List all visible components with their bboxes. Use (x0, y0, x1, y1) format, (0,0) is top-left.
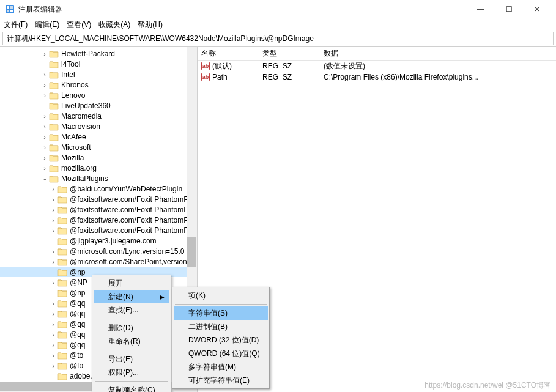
chevron-right-icon[interactable]: › (49, 206, 57, 213)
chevron-right-icon[interactable]: › (49, 279, 57, 286)
chevron-right-icon[interactable]: › (49, 341, 57, 349)
chevron-right-icon[interactable]: › (40, 71, 49, 78)
value-row[interactable]: abPathREG_SZC:\Program Files (x86)\Mozil… (198, 72, 556, 83)
ctx-new-binary[interactable]: 二进制值(B) (174, 320, 268, 333)
chevron-right-icon[interactable]: › (49, 185, 57, 193)
tree-node-label: Macromedia (61, 112, 102, 120)
tree-node-label: @foxitsoftware.com/Foxit PhantomPD (70, 195, 194, 204)
chevron-down-icon[interactable]: ⌄ (40, 174, 49, 182)
ctx-copy-key-name[interactable]: 复制项名称(C) (94, 383, 169, 392)
menu-file[interactable]: 文件(F) (4, 20, 28, 30)
chevron-right-icon[interactable]: › (40, 165, 49, 172)
chevron-right-icon[interactable]: › (49, 300, 57, 307)
tree-node[interactable]: ›@foxitsoftware.com/Foxit PhantomPD (0, 204, 197, 215)
tree-node[interactable]: LiveUpdate360 (0, 100, 197, 111)
column-name[interactable]: 名称 (198, 48, 259, 59)
tree-node-label: @microsoft.com/SharePoint,version= (70, 257, 191, 266)
ctx-new[interactable]: 新建(N)▶ (94, 290, 169, 303)
folder-icon (49, 133, 59, 141)
ctx-delete[interactable]: 删除(D) (94, 321, 169, 335)
ctx-export[interactable]: 导出(E) (94, 352, 169, 366)
tree-node[interactable]: i4Tool (0, 59, 197, 69)
column-type[interactable]: 类型 (259, 48, 320, 59)
tree-node[interactable]: ›@baidu.com/YunWebDetectPlugin (0, 183, 197, 194)
chevron-right-icon[interactable]: › (49, 258, 57, 265)
close-button[interactable]: ✕ (523, 0, 551, 18)
chevron-right-icon[interactable]: › (49, 331, 57, 338)
tree-node[interactable]: ›Macrovision (0, 121, 197, 131)
tree-node[interactable]: ›Lenovo (0, 90, 197, 100)
context-menu[interactable]: 展开 新建(N)▶ 查找(F)... 删除(D) 重命名(R) 导出(E) 权限… (92, 275, 171, 392)
ctx-find[interactable]: 查找(F)... (94, 303, 169, 317)
tree-node-label: @to (70, 351, 83, 360)
tree-node[interactable]: ›Mozilla (0, 152, 197, 163)
ctx-new-dword[interactable]: DWORD (32 位)值(D) (174, 333, 268, 347)
tree-node[interactable]: ›@foxitsoftware.com/Foxit PhantomPD (0, 194, 197, 204)
tree-node[interactable]: ›@foxitsoftware.com/Foxit PhantomPD (0, 225, 197, 235)
tree-node[interactable]: ›McAfee (0, 131, 197, 142)
chevron-right-icon[interactable]: › (49, 227, 57, 234)
ctx-new-key[interactable]: 项(K) (174, 289, 268, 302)
address-bar[interactable]: 计算机\HKEY_LOCAL_MACHINE\SOFTWARE\WOW6432N… (2, 32, 554, 45)
ctx-new-qword[interactable]: QWORD (64 位)值(Q) (174, 347, 268, 360)
tree-node[interactable]: ›@microsoft.com/Lync,version=15.0 (0, 246, 197, 256)
maximize-button[interactable]: ☐ (495, 0, 523, 18)
tree-node[interactable]: ›Intel (0, 69, 197, 80)
menu-favorites[interactable]: 收藏夹(A) (98, 20, 130, 30)
tree-node[interactable]: ›Macromedia (0, 111, 197, 121)
context-submenu-new[interactable]: 项(K) 字符串值(S) 二进制值(B) DWORD (32 位)值(D) QW… (172, 287, 270, 389)
scrollbar-thumb[interactable] (187, 237, 196, 267)
chevron-right-icon[interactable]: › (49, 310, 57, 317)
folder-icon (57, 309, 67, 318)
tree-node-label: @np (70, 289, 86, 297)
chevron-right-icon[interactable]: › (49, 196, 57, 203)
tree-node-label: @to (70, 361, 83, 370)
chevron-right-icon[interactable]: › (40, 144, 49, 151)
tree-node[interactable]: ⌄MozillaPlugins (0, 173, 197, 183)
minimize-button[interactable]: — (467, 0, 495, 18)
chevron-right-icon[interactable]: › (49, 216, 57, 224)
tree-node[interactable]: ›Khronos (0, 80, 197, 90)
tree-node-label: @microsoft.com/Lync,version=15.0 (70, 247, 184, 256)
tree-node[interactable]: ›Hewlett-Packard (0, 48, 197, 59)
value-row[interactable]: ab(默认)REG_SZ(数值未设置) (198, 61, 556, 72)
ctx-expand[interactable]: 展开 (94, 276, 169, 290)
menu-view[interactable]: 查看(V) (67, 20, 91, 30)
chevron-right-icon[interactable]: › (49, 352, 57, 359)
ctx-permissions[interactable]: 权限(P)... (94, 366, 169, 379)
address-text: 计算机\HKEY_LOCAL_MACHINE\SOFTWARE\WOW6432N… (7, 34, 314, 44)
chevron-right-icon[interactable]: › (49, 320, 57, 328)
chevron-right-icon[interactable]: › (49, 362, 57, 369)
chevron-right-icon[interactable]: › (40, 123, 49, 130)
folder-icon (49, 91, 59, 100)
folder-icon (57, 361, 67, 370)
tree-node[interactable]: ›@foxitsoftware.com/Foxit PhantomPD (0, 215, 197, 225)
tree-node[interactable]: ›@microsoft.com/SharePoint,version= (0, 256, 197, 267)
chevron-right-icon[interactable]: › (40, 133, 49, 141)
ctx-new-string[interactable]: 字符串值(S) (174, 306, 268, 320)
menu-help[interactable]: 帮助(H) (138, 20, 163, 30)
tree-node[interactable]: @jlgplayer3.julegame.com (0, 235, 197, 246)
column-data[interactable]: 数据 (320, 48, 556, 59)
value-type: REG_SZ (259, 73, 320, 81)
tree-node-label: @qq (70, 320, 86, 328)
ctx-rename[interactable]: 重命名(R) (94, 335, 169, 348)
ctx-new-multi[interactable]: 多字符串值(M) (174, 360, 268, 374)
tree-node-label: @foxitsoftware.com/Foxit PhantomPD (70, 216, 194, 224)
chevron-right-icon[interactable]: › (40, 154, 49, 161)
folder-icon (57, 289, 67, 297)
tree-node-label: @qq (70, 309, 86, 318)
folder-icon (57, 299, 67, 308)
tree-node[interactable]: ›Microsoft (0, 142, 197, 152)
chevron-right-icon[interactable]: › (49, 248, 57, 255)
chevron-right-icon[interactable]: › (40, 92, 49, 99)
tree-node[interactable]: ›mozilla.org (0, 163, 197, 173)
menu-edit[interactable]: 编辑(E) (35, 20, 59, 30)
folder-icon (57, 372, 67, 380)
chevron-right-icon[interactable]: › (40, 50, 49, 57)
ctx-new-expand[interactable]: 可扩充字符串值(E) (174, 374, 268, 387)
title-bar: 注册表编辑器 — ☐ ✕ (0, 0, 556, 18)
chevron-right-icon[interactable]: › (40, 113, 49, 120)
chevron-right-icon[interactable]: › (40, 81, 49, 89)
tree-node-label: @qq (70, 330, 86, 339)
